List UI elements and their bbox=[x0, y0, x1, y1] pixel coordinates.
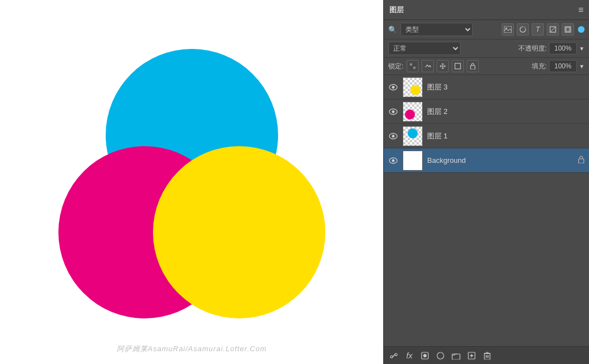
filter-adjustment-icon[interactable] bbox=[517, 23, 529, 36]
svg-rect-13 bbox=[410, 67, 412, 69]
svg-point-3 bbox=[153, 146, 325, 318]
svg-rect-27 bbox=[395, 353, 397, 356]
canvas-area: 阿萨姆莱AsamuRai/Asamurai.Lofter.Com bbox=[0, 0, 383, 364]
add-mask-btn[interactable] bbox=[419, 350, 430, 361]
opacity-group: 不透明度: ▼ bbox=[518, 42, 585, 54]
blend-mode-select[interactable]: 正常 bbox=[388, 42, 461, 55]
layer-name-2: 图层 2 bbox=[427, 107, 585, 117]
opacity-label: 不透明度: bbox=[518, 44, 547, 53]
lock-image-btn[interactable] bbox=[422, 60, 434, 72]
svg-point-24 bbox=[392, 159, 395, 162]
layer-thumbnail-2 bbox=[403, 102, 423, 122]
fill-label: 填充: bbox=[532, 62, 547, 71]
layer-eye-background[interactable] bbox=[388, 156, 398, 166]
layer-thumbnail-3 bbox=[403, 77, 423, 97]
layer-name-background: Background bbox=[427, 156, 573, 164]
layer-thumbnail-background bbox=[403, 151, 423, 171]
layer-item-background[interactable]: Background bbox=[384, 148, 589, 173]
filter-text-icon[interactable]: T bbox=[532, 23, 544, 36]
layer-item-3[interactable]: 图层 3 bbox=[384, 75, 589, 99]
svg-rect-10 bbox=[566, 28, 570, 31]
add-style-btn[interactable]: fx bbox=[404, 350, 415, 361]
circles-container bbox=[58, 49, 325, 327]
watermark: 阿萨姆莱AsamuRai/Asamurai.Lofter.Com bbox=[117, 344, 267, 354]
filter-image-icon[interactable] bbox=[502, 23, 514, 36]
svg-rect-16 bbox=[471, 66, 475, 69]
layers-panel: 图层 ≡ 🔍 类型 T 正常 bbox=[383, 0, 589, 364]
layer-thumbnail-1 bbox=[403, 126, 423, 146]
svg-rect-37 bbox=[486, 352, 488, 353]
svg-point-22 bbox=[392, 134, 395, 137]
blend-row: 正常 不透明度: ▼ bbox=[384, 39, 589, 58]
layer-eye-2[interactable] bbox=[388, 107, 398, 117]
layer-eye-3[interactable] bbox=[388, 82, 398, 92]
link-layers-btn[interactable] bbox=[388, 350, 399, 361]
add-adjustment-btn[interactable] bbox=[435, 350, 446, 361]
filter-smart-icon[interactable] bbox=[562, 23, 574, 36]
lock-label: 锁定: bbox=[388, 62, 403, 71]
panel-header: 图层 ≡ bbox=[384, 0, 589, 20]
filter-row: 🔍 类型 T bbox=[384, 20, 589, 39]
fill-arrow-icon[interactable]: ▼ bbox=[579, 63, 585, 69]
lock-all-btn[interactable] bbox=[467, 60, 479, 72]
svg-line-8 bbox=[550, 27, 556, 32]
filter-shape-icon[interactable] bbox=[547, 23, 559, 36]
layer-lock-icon bbox=[578, 156, 585, 165]
filter-type-select[interactable]: 类型 bbox=[400, 23, 473, 36]
layer-name-3: 图层 3 bbox=[427, 82, 585, 92]
panel-title: 图层 bbox=[389, 5, 404, 15]
svg-point-18 bbox=[392, 86, 395, 88]
svg-rect-12 bbox=[413, 63, 415, 66]
svg-rect-14 bbox=[413, 67, 415, 69]
svg-point-29 bbox=[423, 354, 427, 357]
search-icon: 🔍 bbox=[388, 26, 397, 34]
lock-icons bbox=[407, 60, 479, 72]
svg-rect-26 bbox=[390, 356, 393, 358]
fill-input[interactable] bbox=[549, 60, 577, 72]
svg-rect-11 bbox=[410, 63, 412, 66]
opacity-input[interactable] bbox=[549, 42, 577, 54]
layer-name-1: 图层 1 bbox=[427, 131, 585, 141]
svg-point-20 bbox=[392, 110, 395, 113]
svg-rect-25 bbox=[578, 159, 583, 163]
svg-rect-15 bbox=[455, 63, 461, 69]
layer-item-1[interactable]: 图层 1 bbox=[384, 124, 589, 148]
layer-eye-1[interactable] bbox=[388, 131, 398, 141]
fill-group: 填充: ▼ bbox=[532, 60, 585, 72]
panel-menu-icon[interactable]: ≡ bbox=[578, 5, 583, 15]
filter-icons: T bbox=[502, 23, 585, 36]
add-layer-btn[interactable] bbox=[466, 350, 477, 361]
panel-bottom: fx bbox=[384, 346, 589, 364]
filter-active-dot bbox=[578, 26, 585, 33]
lock-move-btn[interactable] bbox=[437, 60, 449, 72]
lock-artboard-btn[interactable] bbox=[452, 60, 464, 72]
delete-layer-btn[interactable] bbox=[482, 350, 493, 361]
add-group-btn[interactable] bbox=[451, 350, 462, 361]
lock-row: 锁定: 填充: ▼ bbox=[384, 58, 589, 75]
opacity-arrow-icon[interactable]: ▼ bbox=[579, 46, 585, 52]
layer-item-2[interactable]: 图层 2 bbox=[384, 99, 589, 124]
layers-list: 图层 3 图层 2 图层 1 bbox=[384, 75, 589, 346]
lock-transparent-btn[interactable] bbox=[407, 60, 419, 72]
